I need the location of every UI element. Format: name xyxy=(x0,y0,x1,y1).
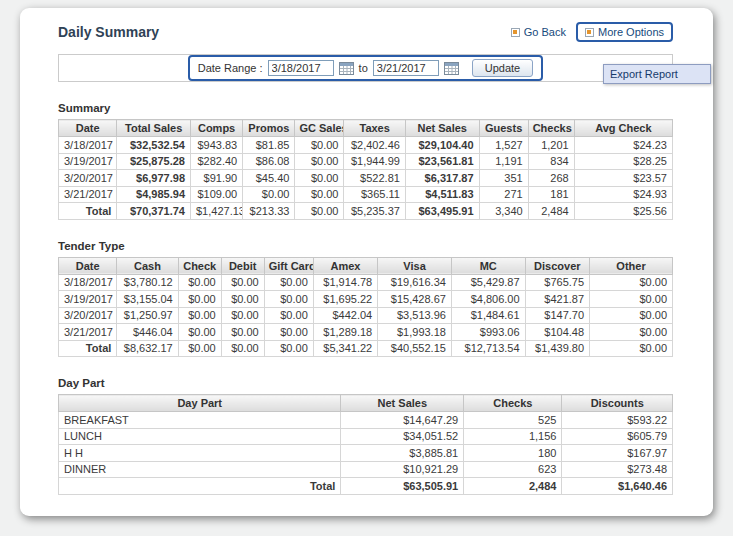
table-row: 3/20/2017$1,250.97$0.00$0.00$0.00$442.04… xyxy=(59,307,673,324)
table-cell: 271 xyxy=(479,186,528,203)
table-cell: $0.00 xyxy=(178,324,221,341)
report-card: Daily Summary Go Back More Options Expor… xyxy=(20,8,713,516)
table-cell: $3,513.96 xyxy=(378,307,452,324)
table-cell: $1,439.80 xyxy=(525,340,589,357)
table-cell: $104.48 xyxy=(525,324,589,341)
table-cell: $5,341.22 xyxy=(313,340,377,357)
table-row: BREAKFAST$14,647.29525$593.22 xyxy=(59,412,673,429)
table-cell: $91.90 xyxy=(191,170,243,187)
table-cell: 3/18/2017 xyxy=(59,137,117,154)
table-cell: $1,695.22 xyxy=(313,291,377,308)
table-row: Total$70,371.74$1,427.13$213.33$0.00$5,2… xyxy=(59,203,673,220)
export-report-menu-item[interactable]: Export Report xyxy=(603,64,711,84)
table-cell: $993.06 xyxy=(451,324,525,341)
table-cell: $605.79 xyxy=(562,428,673,445)
table-cell: 2,484 xyxy=(464,478,562,495)
table-cell: 525 xyxy=(464,412,562,429)
table-cell: $3,885.81 xyxy=(341,445,464,462)
date-range-controls: Date Range : to xyxy=(188,55,544,81)
table-cell: $40,552.15 xyxy=(378,340,452,357)
day-part-table: Day PartNet SalesChecksDiscountsBREAKFAS… xyxy=(58,394,673,495)
update-button[interactable]: Update xyxy=(472,59,533,77)
table-cell: $213.33 xyxy=(243,203,295,220)
column-header: Discounts xyxy=(562,395,673,412)
table-cell: Total xyxy=(59,203,117,220)
table-cell: 3/18/2017 xyxy=(59,274,117,291)
table-cell: $765.75 xyxy=(525,274,589,291)
table-cell: 1,201 xyxy=(528,137,574,154)
table-cell: 1,191 xyxy=(479,153,528,170)
table-cell: 1,527 xyxy=(479,137,528,154)
column-header: Net Sales xyxy=(405,120,479,137)
table-cell: 268 xyxy=(528,170,574,187)
column-header: GC Sales xyxy=(295,120,344,137)
table-row: 3/20/2017$6,977.98$91.90$45.40$0.00$522.… xyxy=(59,170,673,187)
table-cell: 623 xyxy=(464,461,562,478)
date-to-input[interactable] xyxy=(373,60,439,76)
column-header: Other xyxy=(590,257,673,274)
table-row: 3/21/2017$446.04$0.00$0.00$0.00$1,289.18… xyxy=(59,324,673,341)
column-header: Check xyxy=(178,257,221,274)
date-from-input[interactable] xyxy=(268,60,334,76)
table-cell: $5,235.37 xyxy=(344,203,405,220)
table-row: H H$3,885.81180$167.97 xyxy=(59,445,673,462)
table-cell: BREAKFAST xyxy=(59,412,341,429)
table-cell: $1,484.61 xyxy=(451,307,525,324)
table-cell: $0.00 xyxy=(264,340,313,357)
table-cell: $0.00 xyxy=(264,274,313,291)
table-cell: $1,944.99 xyxy=(344,153,405,170)
table-cell: $28.25 xyxy=(574,153,672,170)
page-title: Daily Summary xyxy=(58,24,159,40)
table-cell: 351 xyxy=(479,170,528,187)
table-cell: $1,914.78 xyxy=(313,274,377,291)
table-cell: $4,985.94 xyxy=(117,186,191,203)
table-cell: $0.00 xyxy=(221,307,264,324)
table-cell: $0.00 xyxy=(295,203,344,220)
more-options-link[interactable]: More Options xyxy=(576,22,673,42)
daypart-section-title: Day Part xyxy=(58,377,673,389)
table-cell: $442.04 xyxy=(313,307,377,324)
table-cell: $147.70 xyxy=(525,307,589,324)
column-header: Net Sales xyxy=(341,395,464,412)
table-cell: $2,402.46 xyxy=(344,137,405,154)
table-header-row: DateCashCheckDebitGift CardAmexVisaMCDis… xyxy=(59,257,673,274)
go-back-icon xyxy=(511,28,520,37)
column-header: Debit xyxy=(221,257,264,274)
table-cell: 181 xyxy=(528,186,574,203)
column-header: Checks xyxy=(464,395,562,412)
table-cell: $24.23 xyxy=(574,137,672,154)
column-header: Amex xyxy=(313,257,377,274)
table-cell: $593.22 xyxy=(562,412,673,429)
column-header: Avg Check xyxy=(574,120,672,137)
table-cell: $0.00 xyxy=(590,274,673,291)
table-cell: $0.00 xyxy=(264,324,313,341)
table-header-row: Day PartNet SalesChecksDiscounts xyxy=(59,395,673,412)
table-cell: $365.11 xyxy=(344,186,405,203)
table-row: DINNER$10,921.29623$273.48 xyxy=(59,461,673,478)
table-cell: $109.00 xyxy=(191,186,243,203)
table-row: Total$8,632.17$0.00$0.00$0.00$5,341.22$4… xyxy=(59,340,673,357)
column-header: Promos xyxy=(243,120,295,137)
table-cell: $446.04 xyxy=(117,324,178,341)
calendar-icon[interactable] xyxy=(339,61,354,75)
table-cell: $0.00 xyxy=(295,170,344,187)
table-cell: $0.00 xyxy=(590,340,673,357)
table-cell: 2,484 xyxy=(528,203,574,220)
table-cell: $0.00 xyxy=(295,137,344,154)
go-back-link[interactable]: Go Back xyxy=(511,26,566,38)
calendar-icon[interactable] xyxy=(444,61,459,75)
table-row: Total$63,505.912,484$1,640.46 xyxy=(59,478,673,495)
table-cell: $45.40 xyxy=(243,170,295,187)
table-row: 3/19/2017$25,875.28$282.40$86.08$0.00$1,… xyxy=(59,153,673,170)
column-header: Gift Card xyxy=(264,257,313,274)
table-cell: $25,875.28 xyxy=(117,153,191,170)
table-cell: $14,647.29 xyxy=(341,412,464,429)
table-header-row: DateTotal SalesCompsPromosGC SalesTaxesN… xyxy=(59,120,673,137)
table-cell: $5,429.87 xyxy=(451,274,525,291)
column-header: Total Sales xyxy=(117,120,191,137)
table-cell: DINNER xyxy=(59,461,341,478)
more-options-icon xyxy=(585,28,594,37)
table-cell: $4,511.83 xyxy=(405,186,479,203)
tender-section-title: Tender Type xyxy=(58,240,673,252)
summary-section-title: Summary xyxy=(58,102,673,114)
